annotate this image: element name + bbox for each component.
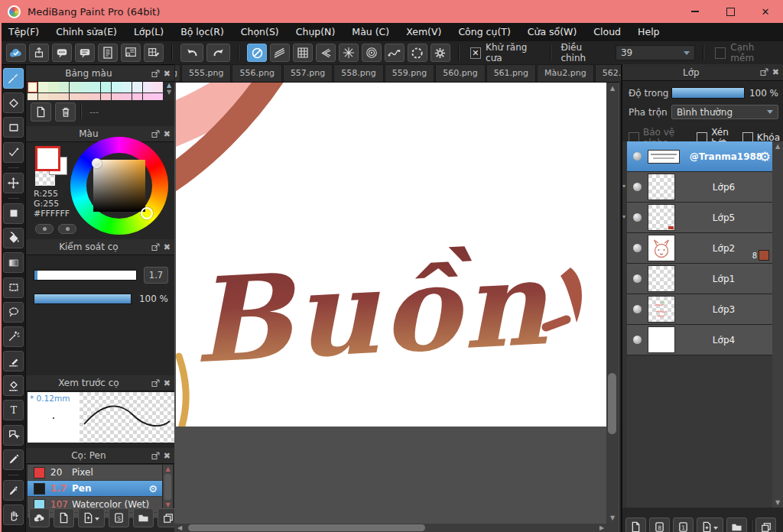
palette-swatch[interactable] xyxy=(28,93,37,100)
canvas-hscrollbar[interactable]: ◀ ▶ xyxy=(174,524,607,532)
material-panel-button[interactable] xyxy=(144,44,164,62)
scroll-right-icon[interactable]: ▶ xyxy=(596,524,607,532)
palette-swatch[interactable] xyxy=(48,82,58,92)
snap-radial-button[interactable] xyxy=(339,44,359,62)
palette-swatch[interactable] xyxy=(59,93,69,100)
document-tab[interactable]: 559.png xyxy=(385,64,434,82)
tool-shape-rect[interactable] xyxy=(3,117,24,138)
new-brush-button[interactable] xyxy=(54,508,74,527)
menu-view[interactable]: Xem(V) xyxy=(398,23,450,41)
palette-swatch[interactable] xyxy=(38,93,48,100)
tool-select-rect[interactable] xyxy=(3,277,24,298)
tool-eraser[interactable] xyxy=(3,92,24,113)
snap-concentric-button[interactable] xyxy=(362,44,382,62)
redo-button[interactable] xyxy=(206,44,230,62)
tool-gradient[interactable] xyxy=(3,252,24,273)
palette-swatch[interactable] xyxy=(59,82,69,92)
palette-swatch[interactable] xyxy=(28,82,37,92)
popout-icon[interactable] xyxy=(151,130,161,138)
close-button[interactable]: ✕ xyxy=(748,0,783,23)
antialias-checkbox[interactable]: ✕ xyxy=(470,47,481,59)
canvas-vscrollbar[interactable]: ▲ ▼ xyxy=(606,83,619,532)
canvas-page[interactable]: Buồn xyxy=(176,83,606,427)
popout-icon[interactable] xyxy=(151,70,161,78)
document-tab[interactable]: 561.png xyxy=(486,64,536,82)
menu-layer[interactable]: Lớp(L) xyxy=(125,23,172,41)
delete-color-button[interactable] xyxy=(55,102,76,122)
layer-row-lop2[interactable]: Lớp2 8 xyxy=(627,233,772,264)
brush-item-pixel[interactable]: 20 Pixel xyxy=(28,465,162,481)
tool-polyline-pen[interactable] xyxy=(3,142,24,163)
palette-swatch[interactable] xyxy=(70,93,80,100)
layer-visibility-dot[interactable] xyxy=(633,183,642,191)
document-tab[interactable]: 560.png xyxy=(435,64,485,82)
palette-swatch[interactable] xyxy=(153,82,163,92)
layer-row-lop5[interactable]: ▾ Lớp5 xyxy=(627,203,772,233)
palette-swatch[interactable] xyxy=(48,93,58,100)
snap-curve-button[interactable] xyxy=(385,44,404,62)
cloud-sync-button[interactable] xyxy=(6,44,26,62)
tool-operation[interactable] xyxy=(3,425,24,446)
palette-swatch[interactable] xyxy=(153,93,163,100)
palette-swatch[interactable] xyxy=(90,82,100,92)
document-tab[interactable]: 558.png xyxy=(333,64,383,82)
document-tab[interactable]: 556.png xyxy=(232,64,281,82)
brush-opacity-slider[interactable] xyxy=(34,294,132,304)
scroll-thumb[interactable] xyxy=(164,474,171,500)
tool-move[interactable] xyxy=(3,173,24,193)
snap-grid-button[interactable] xyxy=(293,44,313,62)
palette-swatch[interactable] xyxy=(70,82,80,92)
hue-selector[interactable] xyxy=(141,207,153,219)
duplicate-layer-button[interactable] xyxy=(755,517,776,532)
popout-icon[interactable] xyxy=(151,452,161,460)
document-tab[interactable]: 555.png xyxy=(181,64,231,82)
brush-list-scrollbar[interactable]: ▲ ▼ xyxy=(163,465,173,509)
comment-button[interactable] xyxy=(75,44,95,62)
maximize-button[interactable] xyxy=(713,0,748,23)
layer-visibility-dot[interactable] xyxy=(633,336,642,344)
snap-off-button[interactable] xyxy=(247,44,267,62)
scroll-up-icon[interactable]: ▲ xyxy=(165,466,170,472)
scroll-down-icon[interactable]: ▼ xyxy=(606,512,619,523)
palette-swatch[interactable] xyxy=(80,93,89,100)
snap-ellipse-button[interactable] xyxy=(408,44,427,62)
layer-opacity-slider[interactable] xyxy=(671,87,745,99)
tool-hand[interactable] xyxy=(3,504,24,525)
color-mode-button[interactable] xyxy=(35,224,54,234)
layer-folder-button[interactable] xyxy=(726,517,747,532)
menu-file[interactable]: Tệp(F) xyxy=(0,23,47,41)
palette-swatch[interactable] xyxy=(80,82,89,92)
palette-swatch[interactable] xyxy=(132,82,142,92)
layer-visibility-dot[interactable] xyxy=(633,244,642,252)
scroll-up-icon[interactable]: ▲ xyxy=(606,83,619,93)
scroll-down-icon[interactable]: ▼ xyxy=(167,89,171,96)
tool-brush[interactable] xyxy=(3,68,24,89)
soft-edge-checkbox[interactable] xyxy=(715,47,726,59)
layer-visibility-dot[interactable] xyxy=(633,274,642,283)
palette-swatch[interactable] xyxy=(132,93,142,100)
tool-text[interactable]: T xyxy=(3,400,24,420)
document-tab[interactable]: 557.png xyxy=(283,64,333,82)
canvas-viewport[interactable]: Buồn xyxy=(174,83,619,532)
layer-settings-gear-icon[interactable]: ⚙ xyxy=(759,149,771,164)
menu-edit[interactable]: Chỉnh sửa(E) xyxy=(47,23,125,41)
tool-lasso[interactable] xyxy=(3,302,24,323)
brush-cloud-upload-button[interactable] xyxy=(29,508,50,527)
palette-scrollbar[interactable]: ▲▼ xyxy=(164,82,174,100)
document-tab[interactable]: png xyxy=(174,64,180,82)
menu-cloud[interactable]: Cloud xyxy=(585,23,629,41)
minimize-button[interactable] xyxy=(677,0,713,23)
menu-color[interactable]: Màu (C) xyxy=(343,23,398,41)
color-mode-button[interactable] xyxy=(58,224,76,234)
blend-mode-dropdown[interactable]: Bình thường xyxy=(671,105,778,119)
tool-select-pen[interactable] xyxy=(3,351,24,371)
brush-size-value[interactable]: 1.7 xyxy=(144,267,168,284)
brush-folder-button[interactable] xyxy=(133,508,154,527)
document-button[interactable] xyxy=(98,44,118,62)
new-brush-dropdown-button[interactable] xyxy=(78,508,105,527)
comment-dots-button[interactable] xyxy=(52,44,72,62)
adjust-dropdown[interactable]: 39 xyxy=(616,45,695,60)
scroll-up-icon[interactable]: ▲ xyxy=(167,82,171,89)
menu-select[interactable]: Chọn(S) xyxy=(232,23,288,41)
layer-row-tranma1988[interactable]: @Tranma1988 ⚙ xyxy=(627,141,772,172)
